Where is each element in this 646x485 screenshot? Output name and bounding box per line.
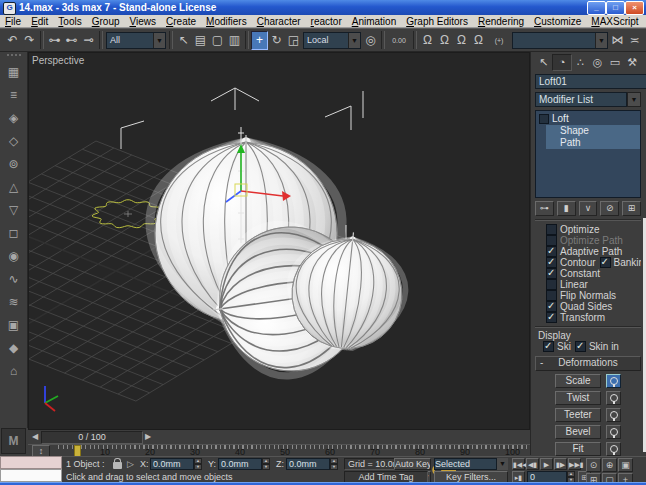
checkbox-linear[interactable]	[546, 279, 557, 290]
collapse-icon[interactable]: -	[540, 357, 543, 369]
mirror-icon[interactable]: ⋈	[609, 31, 626, 50]
checkbox-optimize-path[interactable]	[546, 235, 557, 246]
bevel-deformation-button[interactable]: Bevel	[555, 425, 601, 439]
select-and-rotate-icon[interactable]: ↻	[268, 31, 285, 50]
teeter-light-toggle[interactable]	[606, 408, 621, 422]
bind-to-space-warp-icon[interactable]: ⊸	[80, 31, 97, 50]
time-slider-track[interactable]: 0 / 100	[41, 431, 143, 444]
macro-recorder-field[interactable]	[0, 456, 62, 469]
named-selection-sets-dropdown[interactable]: ▼	[512, 32, 608, 49]
maximize-button[interactable]: □	[606, 1, 625, 15]
reference-coordinate-dropdown[interactable]: Local▼	[303, 32, 361, 49]
show-end-result-button[interactable]: ▮	[557, 201, 576, 216]
snap-toggle-icon[interactable]: Ω	[419, 31, 436, 50]
next-frame-button[interactable]: ▮▶	[554, 458, 567, 470]
reactor-toolbar-icon-9[interactable]: ◉	[3, 246, 24, 267]
previous-frame-button[interactable]: ◀▮	[526, 458, 539, 470]
zoom-extents-button[interactable]: ▣	[618, 458, 633, 472]
menu-tools[interactable]: Tools	[53, 16, 86, 27]
menu-rendering[interactable]: Rendering	[473, 16, 529, 27]
menu-file[interactable]: File	[0, 16, 26, 27]
menu-maxscript[interactable]: MAXScript	[586, 16, 643, 27]
select-object-icon[interactable]: ↖	[175, 31, 192, 50]
reactor-toolbar-icon-1[interactable]: ▦	[3, 62, 24, 83]
menu-graph-editors[interactable]: Graph Editors	[401, 16, 473, 27]
make-unique-button[interactable]: ∨	[579, 201, 598, 216]
remove-modifier-button[interactable]: ⊘	[600, 201, 619, 216]
select-and-scale-icon[interactable]: ◲	[285, 31, 302, 50]
tab-display[interactable]: ▭	[606, 54, 623, 71]
stack-item-loft[interactable]: Loft	[536, 113, 640, 125]
y-coordinate-field[interactable]	[218, 458, 262, 470]
perspective-viewport[interactable]: Perspective	[28, 52, 530, 430]
close-button[interactable]: ×	[625, 1, 644, 15]
select-and-link-icon[interactable]: ⊶	[46, 31, 63, 50]
selection-lock-icon[interactable]	[113, 462, 122, 469]
tab-modify[interactable]: ◔	[552, 54, 571, 71]
unlink-selection-icon[interactable]: ⊷	[63, 31, 80, 50]
auto-key-button[interactable]: Auto Key	[394, 458, 431, 470]
chevron-down-icon[interactable]: ▼	[595, 33, 607, 48]
configure-modifier-sets-button[interactable]: ⊞	[622, 201, 641, 216]
absolute-offset-mode-icon[interactable]: ▷	[127, 458, 134, 470]
checkbox-adaptive-path[interactable]	[546, 246, 557, 257]
menu-modifiers[interactable]: Modifiers	[201, 16, 252, 27]
viewport-label[interactable]: Perspective	[32, 55, 84, 66]
spinner-snap-icon[interactable]: Ω	[470, 31, 487, 50]
rectangular-selection-region-icon[interactable]: ▢	[209, 31, 226, 50]
modifier-toggle-icon[interactable]	[539, 114, 549, 124]
stack-item-path[interactable]: Path	[546, 137, 640, 149]
align-icon[interactable]: ≍	[626, 31, 643, 50]
mini-listener-field[interactable]	[0, 469, 62, 482]
scale-deformation-button[interactable]: Scale	[555, 374, 601, 388]
chevron-down-icon[interactable]: ▼	[348, 33, 360, 48]
go-to-start-button[interactable]: ▮◀◀	[512, 458, 525, 470]
percent-snap-icon[interactable]: Ω	[453, 31, 470, 50]
bevel-light-toggle[interactable]	[606, 425, 621, 439]
maxscript-listener-icon[interactable]: M	[1, 428, 26, 454]
scale-light-toggle[interactable]	[606, 374, 621, 388]
menu-group[interactable]: Group	[87, 16, 125, 27]
reactor-toolbar-icon-14[interactable]: ⌂	[3, 361, 24, 382]
reactor-toolbar-icon-2[interactable]: ≡	[3, 85, 24, 106]
tab-hierarchy[interactable]: ∴	[572, 54, 589, 71]
go-to-end-button[interactable]: ▶▶▮	[568, 458, 581, 470]
play-button[interactable]: ▶	[540, 458, 553, 470]
reactor-toolbar-icon-4[interactable]: ◇	[3, 131, 24, 152]
deformations-rollout-header[interactable]: - Deformations	[535, 356, 641, 371]
checkbox-constant[interactable]	[546, 268, 557, 279]
menu-character[interactable]: Character	[252, 16, 306, 27]
reactor-toolbar-icon-12[interactable]: ▣	[3, 315, 24, 336]
viewport-canvas[interactable]	[29, 53, 529, 429]
reactor-toolbar-icon-8[interactable]: ◻	[3, 223, 24, 244]
redo-icon[interactable]: ↷	[21, 31, 38, 50]
menu-animation[interactable]: Animation	[347, 16, 401, 27]
minimize-button[interactable]: _	[587, 1, 606, 15]
object-name-field[interactable]	[535, 74, 646, 89]
y-spinner[interactable]: ▲▼	[262, 458, 270, 470]
selected-filter-dropdown[interactable]: Selected ▼	[434, 458, 508, 470]
menu-create[interactable]: Create	[161, 16, 201, 27]
snap-offset-icon[interactable]: 0.00	[387, 31, 411, 50]
checkbox-banking[interactable]	[600, 257, 611, 268]
x-coordinate-field[interactable]	[150, 458, 194, 470]
reactor-toolbar-icon-7[interactable]: ▽	[3, 200, 24, 221]
chevron-down-icon[interactable]: ▼	[497, 458, 508, 470]
angle-snap-icon[interactable]: Ω	[436, 31, 453, 50]
reactor-toolbar-icon-3[interactable]: ◈	[3, 108, 24, 129]
zoom-all-button[interactable]: ⊕	[602, 458, 617, 472]
window-crossing-icon[interactable]: ▥	[226, 31, 243, 50]
chevron-down-icon[interactable]: ▼	[627, 92, 641, 107]
zoom-button[interactable]: ⊙	[586, 458, 601, 472]
menu-reactor[interactable]: reactor	[306, 16, 347, 27]
chevron-down-icon[interactable]: ▼	[153, 33, 165, 48]
x-spinner[interactable]: ▲▼	[194, 458, 202, 470]
checkbox-skin-in[interactable]	[575, 341, 586, 352]
reactor-toolbar-icon-11[interactable]: ≋	[3, 292, 24, 313]
tab-motion[interactable]: ◎	[589, 54, 606, 71]
checkbox-contour[interactable]	[546, 257, 557, 268]
pin-stack-button[interactable]: ⊶	[535, 201, 554, 216]
teeter-deformation-button[interactable]: Teeter	[555, 408, 601, 422]
reactor-toolbar-icon-13[interactable]: ◆	[3, 338, 24, 359]
checkbox-quad-sides[interactable]	[546, 301, 557, 312]
